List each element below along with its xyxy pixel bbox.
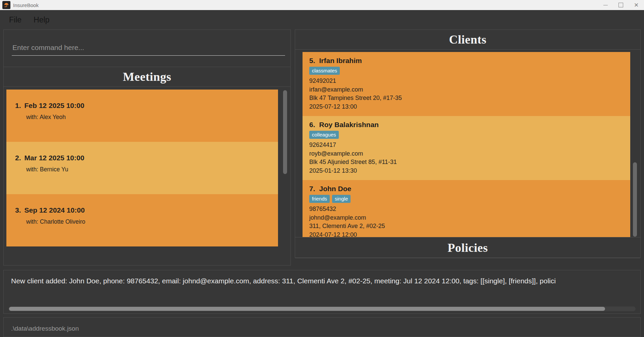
client-index: 5. bbox=[309, 56, 315, 65]
menu-help[interactable]: Help bbox=[28, 15, 55, 24]
client-phone: 92492021 bbox=[309, 77, 624, 86]
minimize-button[interactable] bbox=[598, 0, 613, 10]
meeting-index: 3. bbox=[15, 206, 21, 214]
client-email: irfan@example.com bbox=[309, 86, 624, 94]
tag-badge: classmates bbox=[309, 67, 340, 75]
client-address: Blk 45 Aljunied Street 85, #11-31 bbox=[309, 158, 624, 167]
meeting-index: 2. bbox=[15, 154, 21, 162]
clients-title: Clients bbox=[449, 33, 487, 47]
clients-scrollbar-thumb[interactable] bbox=[633, 162, 637, 237]
meeting-list-item[interactable]: 1. Feb 12 2025 10:00 with: Alex Yeoh bbox=[6, 90, 278, 142]
tag-badge: colleagues bbox=[309, 131, 339, 139]
client-name-row: 6. Roy Balakrishnan bbox=[309, 120, 624, 129]
meetings-list: 1. Feb 12 2025 10:00 with: Alex Yeoh 2. … bbox=[4, 87, 290, 264]
client-name: John Doe bbox=[319, 184, 352, 193]
client-phone: 92624417 bbox=[309, 141, 624, 150]
meeting-title-row: 2. Mar 12 2025 10:00 bbox=[15, 154, 278, 162]
policies-header: Policies bbox=[295, 237, 640, 258]
client-index: 7. bbox=[309, 184, 315, 193]
meeting-datetime: Feb 12 2025 10:00 bbox=[25, 102, 85, 110]
client-tags: classmates bbox=[309, 67, 624, 75]
result-horizontal-scrollbar-thumb[interactable] bbox=[9, 307, 605, 311]
result-horizontal-scrollbar[interactable] bbox=[8, 306, 636, 311]
meeting-with: with: Charlotte Oliveiro bbox=[26, 218, 278, 225]
clients-header: Clients bbox=[295, 30, 640, 50]
meeting-with: with: Bernice Yu bbox=[26, 166, 278, 173]
meeting-list-item[interactable]: 2. Mar 12 2025 10:00 with: Bernice Yu bbox=[6, 142, 278, 194]
client-email: royb@example.com bbox=[309, 150, 624, 158]
menu-file[interactable]: File bbox=[0, 15, 28, 24]
window-controls: ✕ bbox=[598, 0, 644, 10]
clients-list: 5. Irfan Ibrahim classmates 92492021 irf… bbox=[295, 50, 640, 237]
maximize-icon bbox=[618, 3, 623, 7]
meeting-datetime: Mar 12 2025 10:00 bbox=[25, 154, 85, 162]
result-text: New client added: John Doe, phone: 98765… bbox=[11, 277, 639, 285]
clients-scrollbar[interactable] bbox=[632, 52, 638, 234]
status-file-path: .\data\addressbook.json bbox=[11, 325, 79, 332]
client-tags: friendssingle bbox=[309, 195, 624, 203]
client-meeting-datetime: 2025-01-12 13:30 bbox=[309, 167, 624, 175]
meetings-scrollbar[interactable] bbox=[282, 90, 288, 261]
left-panel: Meetings 1. Feb 12 2025 10:00 with: Alex… bbox=[3, 30, 291, 266]
client-name-row: 7. John Doe bbox=[309, 184, 624, 193]
client-tags: colleagues bbox=[309, 131, 624, 139]
meeting-list-item[interactable]: 3. Sep 12 2024 10:00 with: Charlotte Oli… bbox=[6, 194, 278, 246]
client-meeting-datetime: 2024-07-12 12:00 bbox=[309, 231, 624, 238]
client-phone: 98765432 bbox=[309, 205, 624, 214]
meeting-title-row: 3. Sep 12 2024 10:00 bbox=[15, 206, 278, 214]
client-address: 311, Clementi Ave 2, #02-25 bbox=[309, 222, 624, 231]
policies-title: Policies bbox=[448, 241, 488, 255]
result-display: New client added: John Doe, phone: 98765… bbox=[3, 270, 641, 314]
meeting-datetime: Sep 12 2024 10:00 bbox=[25, 206, 85, 214]
tag-badge: single bbox=[332, 195, 351, 203]
client-email: johnd@example.com bbox=[309, 214, 624, 222]
client-name: Irfan Ibrahim bbox=[319, 56, 362, 65]
app-logo-umbrella-icon bbox=[2, 1, 10, 9]
client-address: Blk 47 Tampines Street 20, #17-35 bbox=[309, 94, 624, 103]
client-list-item[interactable]: 6. Roy Balakrishnan colleagues 92624417 … bbox=[303, 116, 630, 180]
meetings-title: Meetings bbox=[123, 70, 171, 84]
meetings-header: Meetings bbox=[4, 67, 290, 87]
right-panel: Clients 5. Irfan Ibrahim classmates 9249… bbox=[295, 30, 641, 258]
command-area bbox=[4, 30, 290, 67]
tag-badge: friends bbox=[309, 195, 330, 203]
window-title: InsureBook bbox=[13, 2, 39, 8]
client-index: 6. bbox=[309, 120, 315, 129]
maximize-button[interactable] bbox=[613, 0, 629, 10]
status-bar: .\data\addressbook.json bbox=[3, 317, 641, 337]
menu-bar: File Help bbox=[0, 10, 644, 30]
minimize-icon bbox=[603, 5, 608, 5]
meeting-index: 1. bbox=[15, 102, 21, 110]
close-button[interactable]: ✕ bbox=[629, 0, 644, 10]
command-input[interactable] bbox=[12, 40, 285, 56]
client-list-item[interactable]: 5. Irfan Ibrahim classmates 92492021 irf… bbox=[303, 52, 630, 116]
meeting-with: with: Alex Yeoh bbox=[26, 114, 278, 121]
client-name: Roy Balakrishnan bbox=[319, 120, 379, 129]
app-window: InsureBook ✕ File Help Meetings 1. Feb 1… bbox=[0, 0, 644, 337]
meetings-scrollbar-thumb[interactable] bbox=[283, 90, 287, 174]
client-meeting-datetime: 2025-07-12 13:00 bbox=[309, 103, 624, 111]
meeting-title-row: 1. Feb 12 2025 10:00 bbox=[15, 102, 278, 110]
client-name-row: 5. Irfan Ibrahim bbox=[309, 56, 624, 65]
close-icon: ✕ bbox=[634, 2, 639, 8]
title-bar: InsureBook ✕ bbox=[0, 0, 644, 10]
client-list-item[interactable]: 7. John Doe friendssingle 98765432 johnd… bbox=[303, 180, 630, 237]
